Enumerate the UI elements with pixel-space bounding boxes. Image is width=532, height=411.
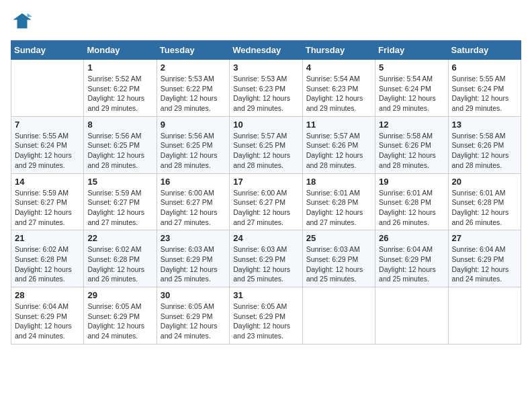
day-info: Sunrise: 6:03 AM Sunset: 6:29 PM Dayligh… bbox=[161, 244, 226, 284]
day-number: 8 bbox=[87, 120, 152, 130]
calendar-body: 1Sunrise: 5:52 AM Sunset: 6:22 PM Daylig… bbox=[11, 60, 521, 345]
day-info: Sunrise: 5:59 AM Sunset: 6:27 PM Dayligh… bbox=[87, 188, 152, 228]
calendar-cell: 18Sunrise: 6:01 AM Sunset: 6:28 PM Dayli… bbox=[302, 173, 375, 230]
calendar-cell: 5Sunrise: 5:54 AM Sunset: 6:24 PM Daylig… bbox=[375, 60, 448, 117]
calendar-cell: 1Sunrise: 5:52 AM Sunset: 6:22 PM Daylig… bbox=[84, 60, 157, 117]
day-info: Sunrise: 5:57 AM Sunset: 6:25 PM Dayligh… bbox=[233, 131, 298, 171]
day-info: Sunrise: 6:03 AM Sunset: 6:29 PM Dayligh… bbox=[233, 244, 298, 284]
calendar-week-row: 21Sunrise: 6:02 AM Sunset: 6:28 PM Dayli… bbox=[11, 230, 521, 287]
day-info: Sunrise: 6:00 AM Sunset: 6:27 PM Dayligh… bbox=[161, 188, 226, 228]
calendar-week-row: 7Sunrise: 5:55 AM Sunset: 6:24 PM Daylig… bbox=[11, 116, 521, 173]
header-wednesday: Wednesday bbox=[230, 41, 302, 60]
day-info: Sunrise: 6:00 AM Sunset: 6:27 PM Dayligh… bbox=[233, 188, 298, 228]
day-info: Sunrise: 6:01 AM Sunset: 6:28 PM Dayligh… bbox=[379, 188, 444, 228]
day-info: Sunrise: 5:53 AM Sunset: 6:23 PM Dayligh… bbox=[233, 74, 298, 113]
day-info: Sunrise: 6:04 AM Sunset: 6:29 PM Dayligh… bbox=[379, 244, 444, 284]
calendar-cell: 4Sunrise: 5:54 AM Sunset: 6:23 PM Daylig… bbox=[302, 60, 375, 117]
calendar-cell: 24Sunrise: 6:03 AM Sunset: 6:29 PM Dayli… bbox=[230, 230, 302, 287]
day-number: 17 bbox=[233, 177, 298, 187]
calendar-cell: 21Sunrise: 6:02 AM Sunset: 6:28 PM Dayli… bbox=[11, 230, 84, 287]
day-number: 22 bbox=[87, 233, 152, 243]
day-number: 15 bbox=[87, 177, 152, 187]
day-info: Sunrise: 5:59 AM Sunset: 6:27 PM Dayligh… bbox=[15, 188, 80, 228]
calendar-cell: 7Sunrise: 5:55 AM Sunset: 6:24 PM Daylig… bbox=[11, 116, 84, 173]
calendar-cell: 26Sunrise: 6:04 AM Sunset: 6:29 PM Dayli… bbox=[375, 230, 448, 287]
page-header bbox=[11, 11, 521, 34]
calendar-cell: 17Sunrise: 6:00 AM Sunset: 6:27 PM Dayli… bbox=[230, 173, 302, 230]
day-info: Sunrise: 5:54 AM Sunset: 6:23 PM Dayligh… bbox=[306, 74, 371, 113]
day-number: 26 bbox=[379, 233, 444, 243]
day-number: 16 bbox=[161, 177, 226, 187]
calendar-cell: 16Sunrise: 6:00 AM Sunset: 6:27 PM Dayli… bbox=[157, 173, 229, 230]
day-number: 27 bbox=[452, 233, 517, 243]
day-info: Sunrise: 6:01 AM Sunset: 6:28 PM Dayligh… bbox=[452, 188, 517, 228]
day-info: Sunrise: 5:56 AM Sunset: 6:25 PM Dayligh… bbox=[161, 131, 226, 171]
day-info: Sunrise: 5:57 AM Sunset: 6:26 PM Dayligh… bbox=[306, 131, 371, 171]
day-info: Sunrise: 6:01 AM Sunset: 6:28 PM Dayligh… bbox=[306, 188, 371, 228]
calendar-cell: 14Sunrise: 5:59 AM Sunset: 6:27 PM Dayli… bbox=[11, 173, 84, 230]
logo bbox=[11, 11, 35, 34]
calendar-cell: 20Sunrise: 6:01 AM Sunset: 6:28 PM Dayli… bbox=[448, 173, 521, 230]
calendar-cell: 2Sunrise: 5:53 AM Sunset: 6:22 PM Daylig… bbox=[157, 60, 229, 117]
day-number: 18 bbox=[306, 177, 371, 187]
calendar-cell: 10Sunrise: 5:57 AM Sunset: 6:25 PM Dayli… bbox=[230, 116, 302, 173]
header-monday: Monday bbox=[84, 41, 157, 60]
day-number: 9 bbox=[161, 120, 226, 130]
day-number: 11 bbox=[306, 120, 371, 130]
calendar-cell bbox=[302, 287, 375, 345]
header-saturday: Saturday bbox=[448, 41, 521, 60]
calendar-cell: 15Sunrise: 5:59 AM Sunset: 6:27 PM Dayli… bbox=[84, 173, 157, 230]
day-info: Sunrise: 6:05 AM Sunset: 6:29 PM Dayligh… bbox=[161, 302, 226, 341]
day-info: Sunrise: 5:55 AM Sunset: 6:24 PM Dayligh… bbox=[452, 74, 517, 113]
day-number: 2 bbox=[161, 62, 226, 73]
day-info: Sunrise: 5:58 AM Sunset: 6:26 PM Dayligh… bbox=[452, 131, 517, 171]
day-number: 21 bbox=[15, 233, 80, 243]
day-number: 23 bbox=[161, 233, 226, 243]
calendar-cell: 9Sunrise: 5:56 AM Sunset: 6:25 PM Daylig… bbox=[157, 116, 229, 173]
header-sunday: Sunday bbox=[11, 41, 84, 60]
calendar-cell: 19Sunrise: 6:01 AM Sunset: 6:28 PM Dayli… bbox=[375, 173, 448, 230]
day-info: Sunrise: 6:04 AM Sunset: 6:29 PM Dayligh… bbox=[452, 244, 517, 284]
day-number: 14 bbox=[15, 177, 80, 187]
day-info: Sunrise: 6:04 AM Sunset: 6:29 PM Dayligh… bbox=[15, 302, 80, 341]
calendar-cell bbox=[448, 287, 521, 345]
day-number: 1 bbox=[87, 62, 152, 73]
calendar-cell: 11Sunrise: 5:57 AM Sunset: 6:26 PM Dayli… bbox=[302, 116, 375, 173]
day-number: 13 bbox=[452, 120, 517, 130]
svg-marker-1 bbox=[28, 13, 33, 17]
day-number: 29 bbox=[87, 290, 152, 300]
calendar-cell: 28Sunrise: 6:04 AM Sunset: 6:29 PM Dayli… bbox=[11, 287, 84, 345]
header-friday: Friday bbox=[375, 41, 448, 60]
day-info: Sunrise: 5:53 AM Sunset: 6:22 PM Dayligh… bbox=[161, 74, 226, 113]
calendar-cell: 25Sunrise: 6:03 AM Sunset: 6:29 PM Dayli… bbox=[302, 230, 375, 287]
day-number: 6 bbox=[452, 62, 517, 73]
day-number: 3 bbox=[233, 62, 298, 73]
day-info: Sunrise: 6:05 AM Sunset: 6:29 PM Dayligh… bbox=[87, 302, 152, 341]
logo-icon bbox=[12, 11, 32, 31]
day-number: 7 bbox=[15, 120, 80, 130]
day-number: 20 bbox=[452, 177, 517, 187]
day-info: Sunrise: 5:58 AM Sunset: 6:26 PM Dayligh… bbox=[379, 131, 444, 171]
day-info: Sunrise: 6:02 AM Sunset: 6:28 PM Dayligh… bbox=[15, 244, 80, 284]
day-number: 10 bbox=[233, 120, 298, 130]
day-info: Sunrise: 5:52 AM Sunset: 6:22 PM Dayligh… bbox=[87, 74, 152, 113]
header-tuesday: Tuesday bbox=[157, 41, 229, 60]
calendar-cell: 12Sunrise: 5:58 AM Sunset: 6:26 PM Dayli… bbox=[375, 116, 448, 173]
calendar-header-row: SundayMondayTuesdayWednesdayThursdayFrid… bbox=[11, 41, 521, 60]
day-info: Sunrise: 5:56 AM Sunset: 6:25 PM Dayligh… bbox=[87, 131, 152, 171]
calendar-week-row: 28Sunrise: 6:04 AM Sunset: 6:29 PM Dayli… bbox=[11, 287, 521, 345]
day-info: Sunrise: 6:02 AM Sunset: 6:28 PM Dayligh… bbox=[87, 244, 152, 284]
calendar-week-row: 1Sunrise: 5:52 AM Sunset: 6:22 PM Daylig… bbox=[11, 60, 521, 117]
day-info: Sunrise: 6:05 AM Sunset: 6:29 PM Dayligh… bbox=[233, 302, 298, 341]
calendar-cell: 30Sunrise: 6:05 AM Sunset: 6:29 PM Dayli… bbox=[157, 287, 229, 345]
day-number: 30 bbox=[161, 290, 226, 300]
day-number: 4 bbox=[306, 62, 371, 73]
day-number: 28 bbox=[15, 290, 80, 300]
day-number: 19 bbox=[379, 177, 444, 187]
calendar-cell bbox=[11, 60, 84, 117]
calendar-week-row: 14Sunrise: 5:59 AM Sunset: 6:27 PM Dayli… bbox=[11, 173, 521, 230]
calendar-cell: 13Sunrise: 5:58 AM Sunset: 6:26 PM Dayli… bbox=[448, 116, 521, 173]
day-number: 31 bbox=[233, 290, 298, 300]
calendar-cell: 23Sunrise: 6:03 AM Sunset: 6:29 PM Dayli… bbox=[157, 230, 229, 287]
day-number: 5 bbox=[379, 62, 444, 73]
